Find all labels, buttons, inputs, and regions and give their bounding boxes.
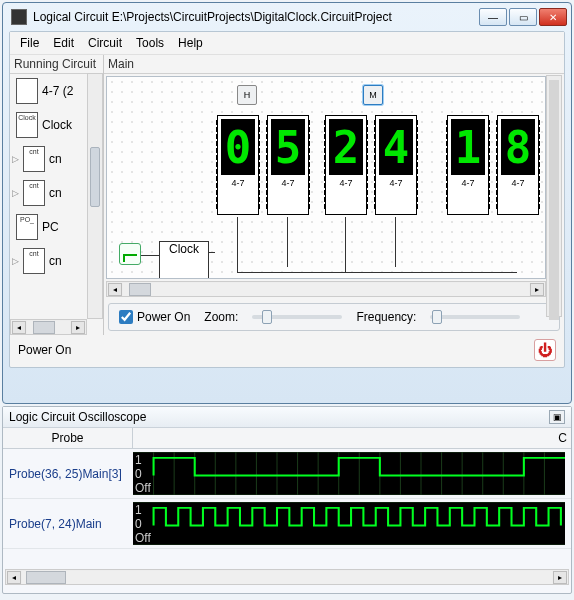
menu-edit[interactable]: Edit	[53, 36, 74, 50]
chip-icon	[16, 78, 38, 104]
close-button[interactable]: ✕	[539, 8, 567, 26]
oscilloscope-hscroll[interactable]: ◂▸	[5, 569, 569, 585]
expand-icon[interactable]: ▷	[12, 256, 19, 266]
oscilloscope-title: Logic Circuit Oscilloscope	[9, 410, 146, 424]
menu-help[interactable]: Help	[178, 36, 203, 50]
status-text: Power On	[18, 343, 71, 357]
canvas-pane: Main H M Clock 04-7 54-7 24-7 44-7 14-7 …	[104, 55, 564, 335]
scroll-left-icon[interactable]: ◂	[7, 571, 21, 584]
probe-label[interactable]: Probe(7, 24)Main	[3, 499, 133, 548]
scroll-right-icon[interactable]: ▸	[71, 321, 85, 334]
probe-row: Probe(36, 25)Main[3] 10Off	[3, 449, 571, 499]
canvas-vscroll[interactable]	[546, 75, 562, 317]
tree-hscroll[interactable]: ◂▸	[10, 319, 87, 335]
window-title: Logical Circuit E:\Projects\CircuitProje…	[33, 10, 479, 24]
probe-waveform: 10Off	[133, 502, 565, 545]
status-bar: Power On ⏻	[10, 335, 564, 367]
scroll-left-icon[interactable]: ◂	[12, 321, 26, 334]
oscilloscope-body: Probe(36, 25)Main[3] 10Off Probe(7, 24)M…	[3, 449, 571, 567]
power-on-checkbox[interactable]: Power On	[119, 310, 190, 324]
scroll-right-icon[interactable]: ▸	[530, 283, 544, 296]
workspace: Running Circuit 4-7 (2 ClockClock ▷cntcn…	[10, 55, 564, 335]
seg-display[interactable]: 24-7	[325, 115, 367, 215]
menu-tools[interactable]: Tools	[136, 36, 164, 50]
scroll-left-icon[interactable]: ◂	[108, 283, 122, 296]
probe-column-header[interactable]: Probe	[3, 428, 133, 448]
chip-icon: cnt	[23, 180, 45, 206]
zoom-label: Zoom:	[204, 310, 238, 324]
frequency-label: Frequency:	[356, 310, 416, 324]
circuit-canvas[interactable]: H M Clock 04-7 54-7 24-7 44-7 14-7 84-7	[106, 76, 546, 279]
zoom-slider[interactable]	[252, 315, 342, 319]
pulse-source[interactable]	[119, 243, 141, 265]
app-icon	[11, 9, 27, 25]
seg-display[interactable]: 84-7	[497, 115, 539, 215]
expand-icon[interactable]: ▷	[12, 188, 19, 198]
chip-icon: cnt	[23, 248, 45, 274]
chip-icon: PO_	[16, 214, 38, 240]
power-button[interactable]: ⏻	[534, 339, 556, 361]
canvas-header: Main	[104, 55, 564, 74]
probe-label[interactable]: Probe(36, 25)Main[3]	[3, 449, 133, 498]
seg-display[interactable]: 04-7	[217, 115, 259, 215]
tree-vscroll[interactable]	[87, 73, 103, 319]
seg-display[interactable]: 54-7	[267, 115, 309, 215]
h-button[interactable]: H	[237, 85, 257, 105]
oscilloscope-panel: Logic Circuit Oscilloscope ▣ Probe C Pro…	[2, 406, 572, 594]
running-circuit-header: Running Circuit	[10, 55, 103, 74]
control-bar: Power On Zoom: Frequency:	[108, 303, 560, 331]
seg-display[interactable]: 44-7	[375, 115, 417, 215]
oscilloscope-titlebar: Logic Circuit Oscilloscope ▣	[3, 407, 571, 428]
scroll-right-icon[interactable]: ▸	[553, 571, 567, 584]
menubar: File Edit Circuit Tools Help	[10, 32, 564, 55]
seg-display[interactable]: 14-7	[447, 115, 489, 215]
maximize-button[interactable]: ▭	[509, 8, 537, 26]
probe-row: Probe(7, 24)Main 10Off	[3, 499, 571, 549]
power-on-input[interactable]	[119, 310, 133, 324]
client-area: File Edit Circuit Tools Help Running Cir…	[9, 31, 565, 368]
canvas-hscroll[interactable]: ◂▸	[106, 281, 546, 297]
chip-icon: Clock	[16, 112, 38, 138]
running-circuit-pane: Running Circuit 4-7 (2 ClockClock ▷cntcn…	[10, 55, 104, 335]
main-window: Logical Circuit E:\Projects\CircuitProje…	[2, 2, 572, 404]
minimize-button[interactable]: —	[479, 8, 507, 26]
titlebar: Logical Circuit E:\Projects\CircuitProje…	[3, 3, 571, 31]
value-column-header[interactable]: C	[133, 428, 571, 448]
oscilloscope-close-button[interactable]: ▣	[549, 410, 565, 424]
expand-icon[interactable]: ▷	[12, 154, 19, 164]
menu-circuit[interactable]: Circuit	[88, 36, 122, 50]
frequency-slider[interactable]	[430, 315, 520, 319]
clock-chip[interactable]: Clock	[159, 241, 209, 279]
menu-file[interactable]: File	[20, 36, 39, 50]
m-button[interactable]: M	[363, 85, 383, 105]
oscilloscope-header: Probe C	[3, 428, 571, 449]
chip-icon: cnt	[23, 146, 45, 172]
probe-waveform: 10Off	[133, 452, 565, 495]
